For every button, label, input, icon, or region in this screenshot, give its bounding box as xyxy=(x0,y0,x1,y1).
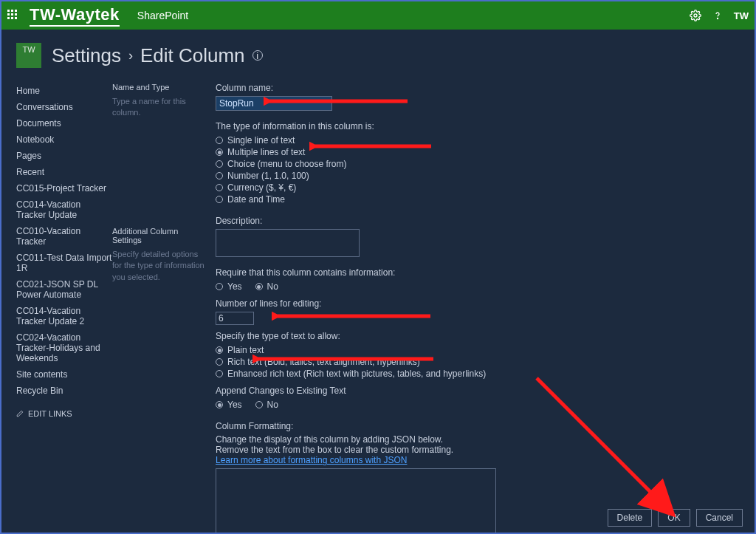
nav-item[interactable]: CC011-Test Data Import 1R xyxy=(16,250,112,276)
numlines-input[interactable] xyxy=(216,312,254,325)
require-label: Require that this column contains inform… xyxy=(216,267,740,278)
require-yes[interactable]: Yes xyxy=(216,281,242,292)
formatting-link[interactable]: Learn more about formatting columns with… xyxy=(216,455,407,465)
type-multi-line[interactable]: Multiple lines of text xyxy=(216,146,740,158)
nav-item[interactable]: CC014-Vacation Tracker Update xyxy=(16,196,112,223)
type-label: Number (1, 1.0, 100) xyxy=(227,171,309,181)
option-label: No xyxy=(267,400,278,410)
help-icon[interactable] xyxy=(712,10,724,21)
delete-button[interactable]: Delete xyxy=(608,509,653,527)
option-label: Yes xyxy=(227,400,242,410)
require-no[interactable]: No xyxy=(255,281,278,292)
radio-icon xyxy=(216,358,223,366)
texttype-label: Specify the type of text to allow: xyxy=(216,331,740,341)
texttype-plain[interactable]: Plain text xyxy=(216,344,740,356)
additional-settings-desc: Specify detailed options for the type of… xyxy=(112,249,207,283)
formatting-title: Column Formatting: xyxy=(216,421,740,431)
option-label: Plain text xyxy=(227,345,264,355)
suite-bar: TW-Waytek SharePoint TW xyxy=(1,1,755,30)
nav-conversations[interactable]: Conversations xyxy=(16,99,112,115)
description-label: Description: xyxy=(216,216,740,226)
type-number[interactable]: Number (1, 1.0, 100) xyxy=(216,170,740,182)
nav-documents[interactable]: Documents xyxy=(16,115,112,131)
nav-pages[interactable]: Pages xyxy=(16,148,112,164)
nav-site-contents[interactable]: Site contents xyxy=(16,366,112,383)
ok-button[interactable]: OK xyxy=(658,509,690,527)
option-label: No xyxy=(267,281,278,292)
app-name: SharePoint xyxy=(137,10,188,21)
gear-icon[interactable] xyxy=(690,10,701,21)
left-nav: Home Conversations Documents Notebook Pa… xyxy=(16,83,112,534)
nav-recent[interactable]: Recent xyxy=(16,164,112,180)
pencil-icon xyxy=(16,410,24,417)
nav-item[interactable]: CC021-JSON SP DL Power Automate xyxy=(16,276,112,303)
button-bar: Delete OK Cancel xyxy=(608,509,743,527)
radio-icon xyxy=(216,172,223,179)
option-label: Rich text (Bold, italics, text alignment… xyxy=(227,357,420,367)
nav-item[interactable]: CC014-Vacation Tracker Update 2 xyxy=(16,303,112,329)
radio-icon xyxy=(255,283,263,290)
type-datetime[interactable]: Date and Time xyxy=(216,194,740,205)
description-textarea[interactable] xyxy=(216,229,360,257)
texttype-rich[interactable]: Rich text (Bold, italics, text alignment… xyxy=(216,356,740,368)
radio-icon xyxy=(216,148,223,156)
svg-point-1 xyxy=(717,18,718,18)
type-single-line[interactable]: Single line of text xyxy=(216,134,740,146)
page-header: TW Settings › Edit Column i xyxy=(1,30,755,72)
nav-home[interactable]: Home xyxy=(16,83,112,99)
edit-links[interactable]: EDIT LINKS xyxy=(16,409,112,418)
radio-icon xyxy=(255,401,263,408)
radio-icon xyxy=(216,184,223,191)
append-label: Append Changes to Existing Text xyxy=(216,386,740,396)
info-icon[interactable]: i xyxy=(252,50,263,61)
site-logo: TW xyxy=(16,43,41,68)
nav-item[interactable]: CC010-Vacation Tracker xyxy=(16,223,112,250)
formatting-desc1: Change the display of this column by add… xyxy=(216,434,740,445)
chevron-right-icon: › xyxy=(128,48,133,64)
svg-point-0 xyxy=(694,14,697,17)
app-launcher-icon[interactable] xyxy=(7,10,19,21)
type-choice[interactable]: Choice (menu to choose from) xyxy=(216,158,740,170)
section-descriptions: Name and Type Type a name for this colum… xyxy=(112,83,216,534)
radio-icon xyxy=(216,137,223,144)
edit-links-label: EDIT LINKS xyxy=(28,409,72,418)
name-type-title: Name and Type xyxy=(112,83,207,92)
site-brand: TW-Waytek xyxy=(30,5,120,27)
type-label: Single line of text xyxy=(227,135,295,146)
radio-icon xyxy=(216,160,223,168)
texttype-enhanced[interactable]: Enhanced rich text (Rich text with pictu… xyxy=(216,368,740,380)
radio-icon xyxy=(216,401,223,408)
additional-settings-title: Additional Column Settings xyxy=(112,227,207,244)
radio-icon xyxy=(216,196,223,203)
type-label: Currency ($, ¥, €) xyxy=(227,182,296,193)
nav-item[interactable]: CC024-Vacation Tracker-Holidays and Week… xyxy=(16,329,112,366)
nav-recycle-bin[interactable]: Recycle Bin xyxy=(16,383,112,399)
breadcrumb-settings[interactable]: Settings xyxy=(52,44,121,67)
column-name-label: Column name: xyxy=(216,83,740,93)
option-label: Yes xyxy=(227,281,242,292)
radio-icon xyxy=(216,370,223,377)
column-name-input[interactable] xyxy=(216,96,332,111)
radio-icon xyxy=(216,283,223,290)
form-area: Column name: The type of information in … xyxy=(216,83,740,534)
type-currency[interactable]: Currency ($, ¥, €) xyxy=(216,182,740,194)
append-no[interactable]: No xyxy=(255,399,278,411)
breadcrumb-edit-column: Edit Column xyxy=(140,44,245,67)
numlines-label: Number of lines for editing: xyxy=(216,298,740,309)
json-textarea[interactable] xyxy=(216,468,496,534)
type-info-label: The type of information in this column i… xyxy=(216,121,740,131)
nav-notebook[interactable]: Notebook xyxy=(16,131,112,148)
append-yes[interactable]: Yes xyxy=(216,399,242,411)
breadcrumb: Settings › Edit Column i xyxy=(52,44,263,67)
radio-icon xyxy=(216,346,223,354)
cancel-button[interactable]: Cancel xyxy=(696,509,743,527)
type-label: Date and Time xyxy=(227,194,285,205)
option-label: Enhanced rich text (Rich text with pictu… xyxy=(227,369,486,379)
nav-item[interactable]: CC015-Project Tracker xyxy=(16,180,112,196)
formatting-desc2: Remove the text from the box to clear th… xyxy=(216,445,740,455)
type-label: Choice (menu to choose from) xyxy=(227,159,346,169)
name-type-desc: Type a name for this column. xyxy=(112,96,207,119)
type-label: Multiple lines of text xyxy=(227,147,305,157)
user-initials[interactable]: TW xyxy=(734,10,749,21)
